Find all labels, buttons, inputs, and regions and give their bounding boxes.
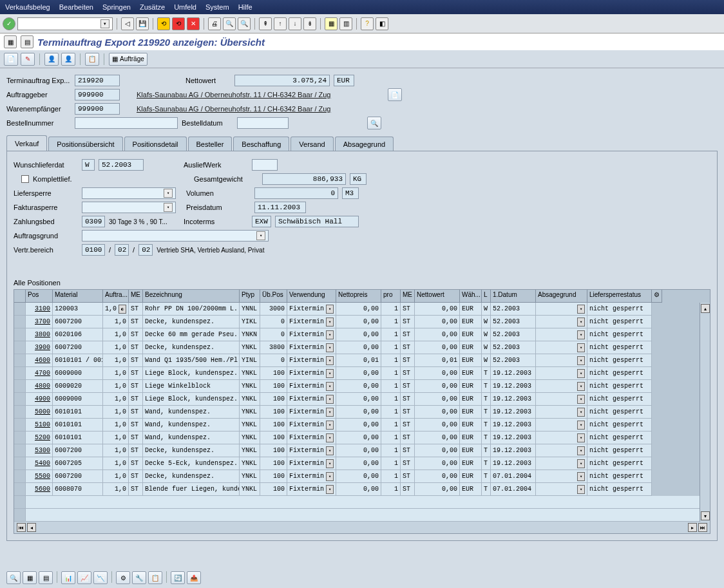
menu-umfeld[interactable]: Umfeld (174, 3, 196, 11)
grid-col-0[interactable]: Pos (26, 290, 53, 303)
dropdown-icon[interactable]: ▾ (577, 305, 585, 314)
dropdown-icon[interactable]: ▾ (577, 356, 585, 365)
dropdown-icon[interactable]: ▾ (577, 343, 585, 352)
display-button[interactable]: 📄 (4, 53, 18, 66)
dropdown-icon[interactable]: ▾ (577, 472, 585, 481)
bestelldatum-field[interactable] (237, 117, 289, 129)
first-page-button[interactable]: ⇞ (259, 17, 272, 30)
scroll-up-button[interactable]: ▴ (701, 304, 710, 313)
menu-hilfe[interactable]: Hilfe (238, 3, 252, 11)
grid-col-15[interactable]: Absagegrund (536, 290, 587, 303)
grid-col-14[interactable]: 1.Datum (491, 290, 536, 303)
footer-btn-7[interactable]: ⚙ (116, 571, 130, 584)
find-next-button[interactable]: 🔍 (238, 17, 251, 30)
grid-config-button[interactable]: ⚙ (652, 290, 662, 303)
tab-besteller[interactable]: Besteller (188, 137, 233, 151)
footer-btn-11[interactable]: 📤 (187, 571, 201, 584)
dropdown-icon[interactable]: ▾ (326, 472, 334, 481)
fakturasperre-field[interactable]: ▾ (82, 202, 176, 213)
help-button[interactable]: ? (361, 17, 374, 30)
dropdown-icon[interactable]: ▾ (326, 318, 334, 327)
dropdown-icon[interactable]: ▾ (326, 305, 334, 314)
menu-bearbeiten[interactable]: Bearbeiten (59, 3, 93, 11)
tab-versand[interactable]: Versand (291, 137, 333, 151)
dropdown-icon[interactable]: ▾ (577, 369, 585, 378)
auftraggeber-field[interactable]: 999900 (75, 89, 120, 100)
table-row[interactable]: 470060090001,0STLiege Block, kundenspez.… (14, 367, 710, 380)
save-button[interactable]: 💾 (136, 17, 149, 30)
footer-btn-4[interactable]: 📊 (61, 571, 75, 584)
dropdown-icon[interactable]: ▾ (326, 330, 334, 339)
table-row[interactable]: 380060201061,0STDecke 60 mm gerade Pseu.… (14, 328, 710, 341)
menu-springen[interactable]: Springen (102, 3, 131, 11)
grid-col-5[interactable]: Ptyp (240, 290, 260, 303)
change-button[interactable]: ✎ (21, 53, 35, 66)
auftragsgrund-field[interactable]: ▾ (82, 230, 269, 242)
warenempf-field[interactable]: 999900 (75, 103, 120, 115)
dropdown-icon[interactable]: ▾ (577, 421, 585, 430)
tab-positionsdetail[interactable]: Positionsdetail (124, 137, 187, 151)
grid-col-3[interactable]: ME (129, 290, 143, 303)
scroll-left-button[interactable]: ◂ (27, 523, 36, 532)
find-button[interactable]: 🔍 (223, 17, 236, 30)
exit-red-button[interactable]: ⟲ (172, 17, 185, 30)
bestellnr-field[interactable] (75, 117, 178, 129)
partner-button[interactable]: 👤 (44, 53, 59, 66)
zahlungsbed-field[interactable]: 0309 (82, 216, 105, 227)
grid-col-8[interactable]: Nettopreis (336, 290, 381, 303)
terminauftrag-field[interactable]: 219920 (75, 75, 120, 86)
enter-button[interactable]: ✓ (3, 17, 15, 30)
dropdown-icon[interactable]: ▾ (256, 231, 265, 240)
dropdown-icon[interactable]: ▾ (326, 382, 334, 391)
next-page-button[interactable]: ↓ (289, 17, 301, 30)
grid-col-12[interactable]: Wäh... (460, 290, 482, 303)
dropdown-icon[interactable]: ▾ (577, 485, 585, 494)
dropdown-icon[interactable]: ▾ (577, 446, 585, 455)
grid-col-2[interactable]: Auftra... (103, 290, 129, 303)
dropdown-icon[interactable]: ▾ (577, 330, 585, 339)
title-icon1[interactable]: ▦ (4, 35, 17, 48)
menu-verkaufsbeleg[interactable]: Verkaufsbeleg (5, 3, 50, 11)
last-page-button[interactable]: ⇟ (303, 17, 316, 30)
command-field[interactable]: ▾ (17, 17, 113, 30)
layout-button[interactable]: ▥ (339, 17, 352, 30)
preisdatum-field[interactable]: 11.11.2003 (254, 202, 306, 213)
liefersperre-field[interactable]: ▾ (82, 187, 176, 199)
dropdown-icon[interactable]: ▾ (577, 408, 585, 417)
scroll-down-button[interactable]: ▾ (701, 511, 710, 520)
footer-btn-10[interactable]: 🔄 (171, 571, 185, 584)
dropdown-icon[interactable]: ▾ (100, 19, 110, 28)
wunschlieferdat-type[interactable]: W (82, 159, 95, 171)
tab-beschaffung[interactable]: Beschaffung (233, 137, 289, 151)
dropdown-icon[interactable]: ▾ (326, 343, 334, 352)
scroll-last-button[interactable]: ⏭ (698, 523, 707, 532)
auftraggeber-link[interactable]: Klafs-Saunabau AG / Oberneuhofstr. 11 / … (137, 91, 330, 99)
grid-col-7[interactable]: Verwendung (287, 290, 336, 303)
table-row[interactable]: 390060072001,0STDecke, kundenspez.YNKL38… (14, 341, 710, 354)
grid-col-4[interactable]: Bezeichnung (143, 290, 240, 303)
tab-absagegrund[interactable]: Absagegrund (335, 137, 394, 151)
dropdown-icon[interactable]: ▾ (326, 421, 334, 430)
table-row[interactable]: 520060101011,0STWand, kundenspez.YNKL100… (14, 432, 710, 444)
grid-col-16[interactable]: Liefersperrestatus (587, 290, 652, 303)
dropdown-icon[interactable]: ▾ (577, 395, 585, 404)
partner-detail-button[interactable]: 📄 (388, 88, 402, 101)
auftraege-button[interactable]: ▦Aufträge (109, 53, 148, 66)
dropdown-icon[interactable]: ▾ (164, 203, 173, 212)
dropdown-icon[interactable]: ▾ (326, 446, 334, 455)
incoterms-text[interactable]: Schwäbisch Hall (275, 216, 359, 227)
grid-col-11[interactable]: Nettowert (415, 290, 460, 303)
grid-hscrollbar[interactable]: ⏮ ◂ ▸ ⏭ (14, 522, 710, 533)
warenempf-link[interactable]: Klafs-Saunabau AG / Oberneuhofstr. 11 / … (137, 105, 330, 113)
menu-system[interactable]: System (205, 3, 229, 11)
tab-verkauf[interactable]: Verkauf (6, 135, 47, 151)
grid-col-1[interactable]: Material (53, 290, 103, 303)
dropdown-icon[interactable]: ▾ (577, 382, 585, 391)
dropdown-icon[interactable]: ▾ (326, 356, 334, 365)
dropdown-icon[interactable]: ▾ (577, 433, 585, 442)
dropdown-icon[interactable]: ▾ (577, 459, 585, 468)
wunschlieferdat-field[interactable]: 52.2003 (99, 159, 144, 171)
table-row[interactable]: 31001200031,0◐STRohr PP DN 100/2000mm L.… (14, 303, 710, 316)
grid-col-13[interactable]: L (482, 290, 491, 303)
partner2-button[interactable]: 👤 (61, 53, 75, 66)
